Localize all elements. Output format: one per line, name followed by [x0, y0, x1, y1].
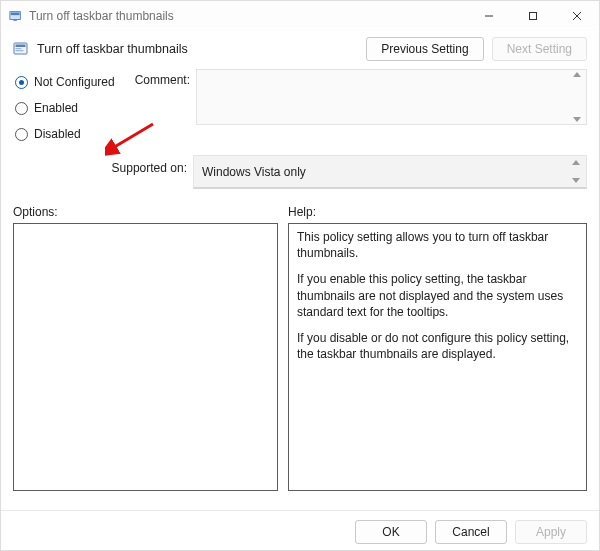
scrollbar[interactable]	[570, 72, 584, 122]
policy-icon	[13, 41, 29, 57]
radio-enabled[interactable]: Enabled	[15, 95, 133, 121]
cancel-button[interactable]: Cancel	[435, 520, 507, 544]
svg-rect-4	[530, 13, 537, 20]
comment-label: Comment:	[133, 69, 196, 87]
minimize-button[interactable]	[467, 1, 511, 31]
options-label: Options:	[13, 205, 288, 219]
options-panel	[13, 223, 278, 491]
app-icon	[9, 9, 23, 23]
svg-rect-10	[16, 50, 24, 51]
supported-on-value: Windows Vista only	[202, 165, 306, 179]
policy-title: Turn off taskbar thumbnails	[37, 42, 188, 56]
comment-textbox[interactable]	[196, 69, 587, 125]
scroll-down-icon	[572, 178, 580, 183]
svg-rect-8	[16, 45, 26, 48]
radio-icon	[15, 102, 28, 115]
next-setting-button[interactable]: Next Setting	[492, 37, 587, 61]
window-title: Turn off taskbar thumbnails	[29, 9, 174, 23]
close-button[interactable]	[555, 1, 599, 31]
radio-icon	[15, 76, 28, 89]
help-paragraph: If you disable or do not configure this …	[297, 330, 578, 362]
radio-icon	[15, 128, 28, 141]
scroll-up-icon	[573, 72, 581, 77]
radio-disabled[interactable]: Disabled	[15, 121, 133, 147]
supported-on-field: Windows Vista only	[193, 155, 587, 189]
radio-label: Not Configured	[34, 75, 115, 89]
svg-rect-1	[11, 13, 20, 16]
radio-label: Disabled	[34, 127, 81, 141]
help-paragraph: If you enable this policy setting, the t…	[297, 271, 578, 320]
dialog-footer: OK Cancel Apply	[1, 510, 599, 551]
titlebar: Turn off taskbar thumbnails	[1, 1, 599, 31]
help-paragraph: This policy setting allows you to turn o…	[297, 229, 578, 261]
previous-setting-button[interactable]: Previous Setting	[366, 37, 483, 61]
maximize-button[interactable]	[511, 1, 555, 31]
scroll-up-icon	[572, 160, 580, 165]
ok-button[interactable]: OK	[355, 520, 427, 544]
header-row: Turn off taskbar thumbnails Previous Set…	[1, 31, 599, 69]
supported-on-label: Supported on:	[13, 155, 193, 189]
help-label: Help:	[288, 205, 587, 219]
radio-label: Enabled	[34, 101, 78, 115]
radio-not-configured[interactable]: Not Configured	[15, 69, 133, 95]
svg-rect-2	[13, 20, 17, 21]
scrollbar[interactable]	[569, 160, 583, 183]
help-panel: This policy setting allows you to turn o…	[288, 223, 587, 491]
scroll-down-icon	[573, 117, 581, 122]
apply-button[interactable]: Apply	[515, 520, 587, 544]
svg-rect-9	[16, 48, 22, 49]
